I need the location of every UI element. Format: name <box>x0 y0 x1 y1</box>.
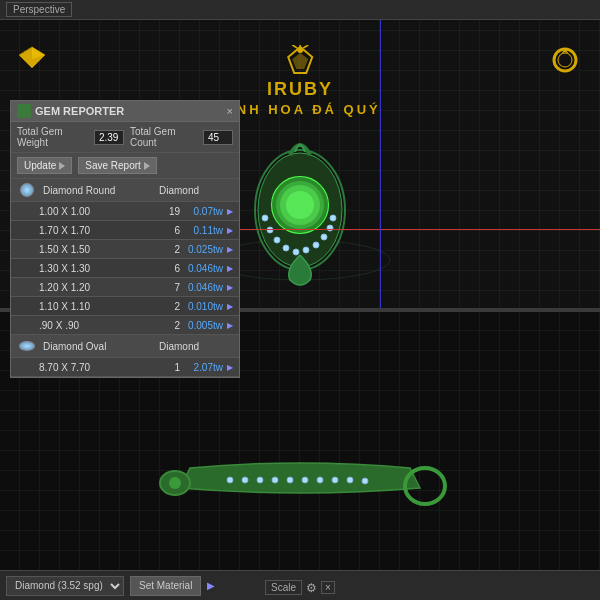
bottom-3d-model <box>130 448 470 530</box>
gem-reporter-title: GEM REPORTER <box>17 104 124 118</box>
svg-point-19 <box>267 227 273 233</box>
svg-point-9 <box>558 53 572 67</box>
logo-icon <box>219 45 381 79</box>
svg-point-23 <box>303 247 309 253</box>
material-select[interactable]: Diamond (3.52 spg) <box>6 576 124 596</box>
svg-line-5 <box>292 45 297 48</box>
table-row: 8.70 X 7.70 1 2.07tw ▶ <box>11 358 239 377</box>
set-material-arrow-icon: ▶ <box>207 580 215 591</box>
table-row: 1.30 X 1.30 6 0.046tw ▶ <box>11 259 239 278</box>
update-button[interactable]: Update <box>17 157 72 174</box>
diamond-round-type: Diamond <box>155 184 235 197</box>
viewport-label: Perspective <box>6 2 72 17</box>
round-gem-thumb <box>15 181 39 199</box>
svg-point-36 <box>302 477 308 483</box>
gem-reporter-header: GEM REPORTER × <box>11 101 239 122</box>
scale-close-icon[interactable]: × <box>321 581 335 594</box>
svg-point-43 <box>169 477 181 489</box>
svg-point-31 <box>227 477 233 483</box>
scale-label: Scale <box>265 580 302 595</box>
svg-point-4 <box>297 47 303 53</box>
table-row: 1.20 X 1.20 7 0.046tw ▶ <box>11 278 239 297</box>
save-arrow-icon <box>144 162 150 170</box>
diamond-oval-header: Diamond Oval Diamond <box>11 335 239 358</box>
svg-point-39 <box>347 477 353 483</box>
table-row: 1.70 X 1.70 6 0.11tw ▶ <box>11 221 239 240</box>
scale-controls: Scale ⚙ × <box>265 580 335 595</box>
table-row: 1.10 X 1.10 2 0.010tw ▶ <box>11 297 239 316</box>
svg-point-25 <box>321 234 327 240</box>
weight-label: Total Gem Weight <box>17 126 88 148</box>
diamond-round-section: Diamond Round Diamond 1.00 X 1.00 19 0.0… <box>11 179 239 335</box>
svg-point-21 <box>283 245 289 251</box>
svg-point-20 <box>274 237 280 243</box>
logo-subtitle: TINH HOA ĐÁ QUÝ <box>219 102 381 117</box>
table-row: 1.50 X 1.50 2 0.025tw ▶ <box>11 240 239 259</box>
weight-value: 2.39 <box>94 130 124 145</box>
svg-marker-3 <box>292 53 308 69</box>
table-row: .90 X .90 2 0.005tw ▶ <box>11 316 239 335</box>
svg-point-22 <box>293 249 299 255</box>
top-bar: Perspective <box>0 0 600 20</box>
svg-point-32 <box>242 477 248 483</box>
svg-line-6 <box>303 45 308 48</box>
svg-point-35 <box>287 477 293 483</box>
logo-area: IRUBY TINH HOA ĐÁ QUÝ <box>219 45 381 117</box>
button-row: Update Save Report <box>11 153 239 179</box>
gem-reporter-close-button[interactable]: × <box>227 105 233 117</box>
diamond-oval-type: Diamond <box>155 340 235 353</box>
svg-point-18 <box>286 191 314 219</box>
gem-reporter-title-text: GEM REPORTER <box>35 105 124 117</box>
svg-point-26 <box>327 225 333 231</box>
diamond-oval-section: Diamond Oval Diamond 8.70 X 7.70 1 2.07t… <box>11 335 239 377</box>
update-arrow-icon <box>59 162 65 170</box>
table-row: 1.00 X 1.00 19 0.07tw ▶ <box>11 202 239 221</box>
gem-reporter-panel: GEM REPORTER × Total Gem Weight 2.39 Tot… <box>10 100 240 378</box>
set-material-button[interactable]: Set Material <box>130 576 201 596</box>
ring-icon-topright <box>550 45 580 75</box>
stats-row: Total Gem Weight 2.39 Total Gem Count 45 <box>11 122 239 153</box>
scale-gear-icon[interactable]: ⚙ <box>306 581 317 595</box>
bottom-bar: Diamond (3.52 spg) Set Material ▶ Scale … <box>0 570 600 600</box>
count-value: 45 <box>203 130 233 145</box>
svg-point-33 <box>257 477 263 483</box>
svg-point-34 <box>272 477 278 483</box>
diamond-round-header: Diamond Round Diamond <box>11 179 239 202</box>
count-label: Total Gem Count <box>130 126 197 148</box>
svg-point-38 <box>332 477 338 483</box>
save-report-button[interactable]: Save Report <box>78 157 157 174</box>
svg-point-8 <box>554 49 576 71</box>
gem-icon-topleft <box>15 45 50 70</box>
svg-point-37 <box>317 477 323 483</box>
gem-reporter-icon <box>17 104 31 118</box>
svg-point-40 <box>362 478 368 484</box>
oval-gem-icon <box>19 341 35 351</box>
svg-point-28 <box>330 215 336 221</box>
axis-x <box>200 229 600 230</box>
logo-title: IRUBY <box>219 79 381 100</box>
svg-point-27 <box>262 215 268 221</box>
svg-point-24 <box>313 242 319 248</box>
oval-gem-thumb <box>15 337 39 355</box>
round-gem-icon <box>20 183 34 197</box>
diamond-round-label: Diamond Round <box>39 184 155 197</box>
diamond-oval-label: Diamond Oval <box>39 340 155 353</box>
